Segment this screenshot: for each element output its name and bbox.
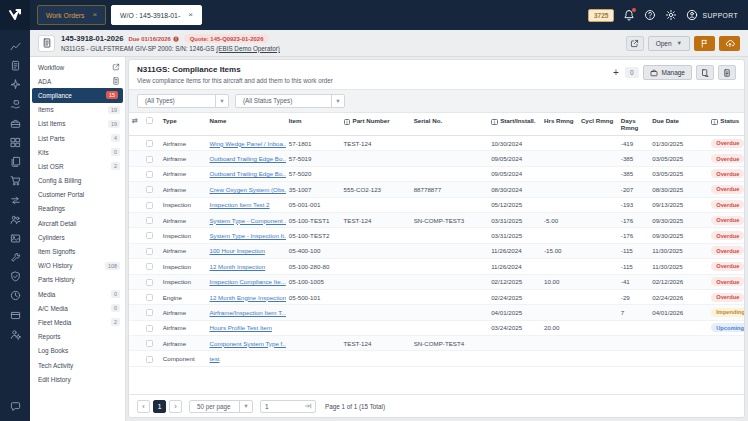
goto-page-input[interactable] — [261, 403, 301, 410]
cloud-upload-button[interactable] — [719, 36, 740, 51]
sidebar-item-kits[interactable]: Kits0 — [30, 145, 125, 159]
app-logo[interactable] — [0, 0, 30, 30]
status-dropdown[interactable]: Open ▼ — [648, 36, 690, 51]
notification-counter[interactable]: 3725 — [588, 9, 614, 22]
row-checkbox[interactable] — [146, 140, 153, 147]
compliance-item-link[interactable]: Outboard Trailing Edge Bo... — [209, 155, 285, 162]
column-header-part[interactable]: iPart Number — [341, 113, 411, 136]
line-chart-icon[interactable] — [10, 41, 21, 52]
sidebar-item-media[interactable]: Media0 — [30, 287, 125, 301]
row-checkbox[interactable] — [146, 186, 153, 193]
sidebar-item-fleet-media[interactable]: Fleet Media2 — [30, 315, 125, 329]
sidebar-item-w-o-history[interactable]: W/O History108 — [30, 259, 125, 273]
org-grid-icon[interactable] — [10, 137, 21, 148]
sidebar-item-customer-portal[interactable]: Customer Portal — [30, 188, 125, 202]
sidebar-item-log-books[interactable]: Log Books — [30, 344, 125, 358]
compliance-item-link[interactable]: System Type - Component ... — [209, 217, 285, 224]
page-number-button[interactable]: 1 — [153, 400, 166, 413]
sidebar-item-items[interactable]: Items19 — [30, 103, 125, 117]
column-header-due[interactable]: Due Date — [649, 113, 708, 136]
card-icon[interactable] — [10, 310, 21, 321]
select-all-checkbox[interactable] — [146, 117, 153, 124]
add-button[interactable]: + — [611, 68, 621, 78]
tools-icon[interactable] — [10, 252, 21, 263]
tab-work-orders[interactable]: Work Orders × — [37, 5, 106, 25]
compliance-item-link[interactable]: Outboard Trailing Edge Bo... — [209, 170, 285, 177]
sidebar-item-list-items[interactable]: List Items19 — [30, 117, 125, 131]
row-checkbox[interactable] — [146, 156, 153, 163]
close-icon[interactable]: × — [92, 11, 97, 19]
sidebar-item-aircraft-detail[interactable]: Aircraft Detail — [30, 216, 125, 230]
column-header-item[interactable]: Item — [286, 113, 341, 136]
flag-button[interactable] — [694, 36, 715, 51]
external-link-button[interactable] — [626, 36, 644, 51]
sidebar-item-config-billing[interactable]: Config & Billing — [30, 174, 125, 188]
row-checkbox[interactable] — [146, 217, 153, 224]
row-checkbox[interactable] — [146, 294, 153, 301]
quote-badge[interactable]: Quote: 145-Q0923-01-2026 — [184, 34, 270, 43]
compliance-item-link[interactable]: Airframe/Inspection Item T... — [209, 309, 285, 316]
compliance-item-link[interactable]: System Type - Inspection It... — [209, 232, 285, 239]
tab-current-wo[interactable]: W/O : 145-3918-01- × — [111, 5, 202, 25]
compliance-item-link[interactable]: 12 Month Engine Inspection — [209, 294, 285, 301]
operator-link[interactable]: (EBIS Demo Operator) — [216, 45, 280, 52]
sidebar-item-list-osr[interactable]: List OSR2 — [30, 159, 125, 173]
row-checkbox[interactable] — [146, 202, 153, 209]
sidebar-item-ada[interactable]: ADA — [30, 74, 125, 88]
goto-page-icon[interactable] — [301, 402, 315, 410]
sidebar-item-a-c-media[interactable]: A/C Media0 — [30, 301, 125, 315]
sidebar-item-readings[interactable]: Readings — [30, 202, 125, 216]
next-page-button[interactable]: › — [169, 400, 182, 413]
compliance-item-link[interactable]: Crew Oxygen System (Obs... — [209, 186, 285, 193]
per-page-dropdown[interactable]: 50 per page ▼ — [189, 400, 253, 413]
cart-icon[interactable] — [10, 175, 21, 186]
row-checkbox[interactable] — [146, 309, 153, 316]
row-checkbox[interactable] — [146, 325, 153, 332]
compliance-item-link[interactable]: Inspection Compliance Ite... — [209, 278, 285, 285]
manage-button[interactable]: Manage — [643, 65, 693, 80]
column-header-hrs[interactable]: Hrs Rmng — [541, 113, 578, 136]
compliance-item-link[interactable]: Component System Type f... — [209, 340, 285, 347]
row-checkbox[interactable] — [146, 356, 153, 363]
toolbox-icon[interactable] — [10, 118, 21, 129]
sidebar-item-cylinders[interactable]: Cylinders — [30, 230, 125, 244]
export-report-button[interactable] — [696, 65, 714, 80]
sidebar-item-list-parts[interactable]: List Parts4 — [30, 131, 125, 145]
people-icon[interactable] — [10, 214, 21, 225]
row-checkbox[interactable] — [146, 232, 153, 239]
sidebar-item-reports[interactable]: Reports — [30, 330, 125, 344]
info-icon[interactable]: i — [711, 119, 718, 126]
airplane-icon[interactable] — [10, 79, 21, 90]
sidebar-item-workflow[interactable]: Workflow — [30, 60, 125, 74]
sidebar-item-item-signoffs[interactable]: Item Signoffs — [30, 244, 125, 258]
help-icon[interactable] — [644, 9, 656, 21]
sidebar-item-tech-activity[interactable]: Tech Activity — [30, 358, 125, 372]
close-icon[interactable]: × — [188, 11, 193, 19]
column-header-cycl[interactable]: Cycl Rmng — [578, 113, 618, 136]
row-checkbox[interactable] — [146, 171, 153, 178]
person-settings-icon[interactable] — [10, 329, 21, 340]
compliance-item-link[interactable]: 100 Hour Inspection — [209, 247, 264, 254]
column-header-days[interactable]: Days Rmng — [618, 113, 649, 136]
prev-page-button[interactable]: ‹ — [137, 400, 150, 413]
row-checkbox[interactable] — [146, 263, 153, 270]
column-header-name[interactable]: Name — [206, 113, 285, 136]
chat-icon[interactable] — [10, 401, 21, 412]
reorder-column-header[interactable]: ⇄ — [129, 113, 143, 136]
column-header-type[interactable]: Type — [160, 113, 207, 136]
copy-pages-icon[interactable] — [10, 156, 21, 167]
parts-hand-icon[interactable] — [10, 99, 21, 110]
bell-icon[interactable] — [623, 9, 635, 21]
info-icon[interactable]: i — [491, 119, 498, 126]
column-header-status[interactable]: iStatus — [708, 113, 744, 136]
clock-icon[interactable] — [10, 290, 21, 301]
type-filter-dropdown[interactable]: (All Types) ▼ — [137, 94, 229, 108]
column-header-start[interactable]: iStart/Install. — [488, 113, 541, 136]
compliance-item-link[interactable]: 12 Month Inspection — [209, 263, 265, 270]
info-icon[interactable]: i — [344, 119, 351, 126]
column-header-serial[interactable]: Serial No. — [411, 113, 488, 136]
transfer-arrows-icon[interactable] — [10, 195, 21, 206]
compliance-item-link[interactable]: Inspection Item Test 2 — [209, 201, 269, 208]
sidebar-item-parts-history[interactable]: Parts History — [30, 273, 125, 287]
report-button[interactable] — [718, 65, 736, 80]
